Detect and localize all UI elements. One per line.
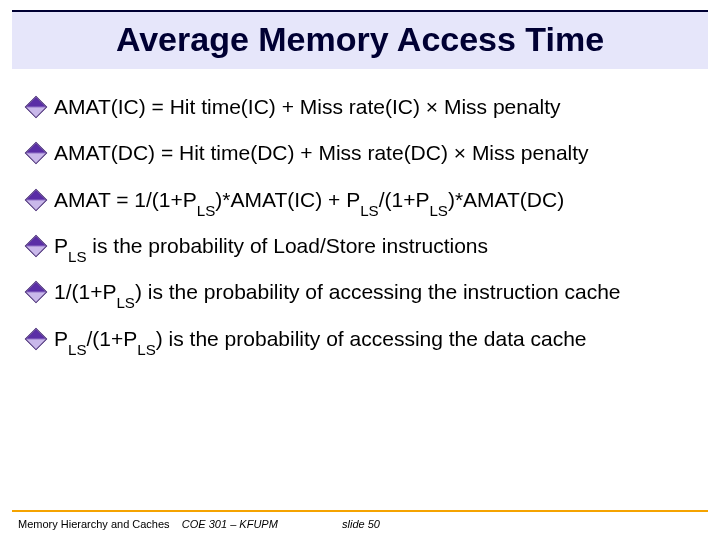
bullet-text: 1/(1+PLS) is the probability of accessin… xyxy=(54,278,692,306)
title-band: Average Memory Access Time xyxy=(12,10,708,69)
subscript-ls: LS xyxy=(68,248,86,265)
bullet-item: AMAT = 1/(1+PLS)*AMAT(IC) + PLS/(1+PLS)*… xyxy=(28,186,692,214)
footer-topic: Memory Hierarchy and Caches xyxy=(18,518,170,530)
text-fragment: 1/(1+P xyxy=(54,280,116,303)
diamond-bullet-icon xyxy=(25,188,48,211)
bullet-item: PLS is the probability of Load/Store ins… xyxy=(28,232,692,260)
bullet-item: 1/(1+PLS) is the probability of accessin… xyxy=(28,278,692,306)
bullet-item: PLS/(1+PLS) is the probability of access… xyxy=(28,325,692,353)
footer-slide-number: slide 50 xyxy=(342,518,486,530)
page-title: Average Memory Access Time xyxy=(22,20,698,59)
text-fragment: ) is the probability of accessing the da… xyxy=(156,327,587,350)
text-fragment: P xyxy=(54,327,68,350)
diamond-bullet-icon xyxy=(25,281,48,304)
text-fragment: )*AMAT(IC) + P xyxy=(215,188,360,211)
footer-course: COE 301 – KFUPM xyxy=(182,518,278,530)
slide-body: AMAT(IC) = Hit time(IC) + Miss rate(IC) … xyxy=(0,69,720,353)
bullet-item: AMAT(IC) = Hit time(IC) + Miss rate(IC) … xyxy=(28,93,692,121)
diamond-bullet-icon xyxy=(25,327,48,350)
subscript-ls: LS xyxy=(360,202,378,219)
subscript-ls: LS xyxy=(197,202,215,219)
bullet-text: PLS/(1+PLS) is the probability of access… xyxy=(54,325,692,353)
bullet-item: AMAT(DC) = Hit time(DC) + Miss rate(DC) … xyxy=(28,139,692,167)
subscript-ls: LS xyxy=(116,294,134,311)
subscript-ls: LS xyxy=(68,341,86,358)
diamond-bullet-icon xyxy=(25,235,48,258)
text-fragment: )*AMAT(DC) xyxy=(448,188,564,211)
text-fragment: is the probability of Load/Store instruc… xyxy=(87,234,489,257)
footer: Memory Hierarchy and Caches COE 301 – KF… xyxy=(0,510,720,530)
subscript-ls: LS xyxy=(137,341,155,358)
text-fragment: AMAT = 1/(1+P xyxy=(54,188,197,211)
bullet-text: AMAT = 1/(1+PLS)*AMAT(IC) + PLS/(1+PLS)*… xyxy=(54,186,692,214)
diamond-bullet-icon xyxy=(25,96,48,119)
bullet-text: AMAT(DC) = Hit time(DC) + Miss rate(DC) … xyxy=(54,139,692,167)
text-fragment: /(1+P xyxy=(379,188,430,211)
text-fragment: P xyxy=(54,234,68,257)
diamond-bullet-icon xyxy=(25,142,48,165)
text-fragment: /(1+P xyxy=(87,327,138,350)
text-fragment: ) is the probability of accessing the in… xyxy=(135,280,621,303)
bullet-text: AMAT(IC) = Hit time(IC) + Miss rate(IC) … xyxy=(54,93,692,121)
bullet-text: PLS is the probability of Load/Store ins… xyxy=(54,232,692,260)
subscript-ls: LS xyxy=(429,202,447,219)
footer-left: Memory Hierarchy and Caches COE 301 – KF… xyxy=(18,518,342,530)
footer-divider xyxy=(12,510,708,512)
